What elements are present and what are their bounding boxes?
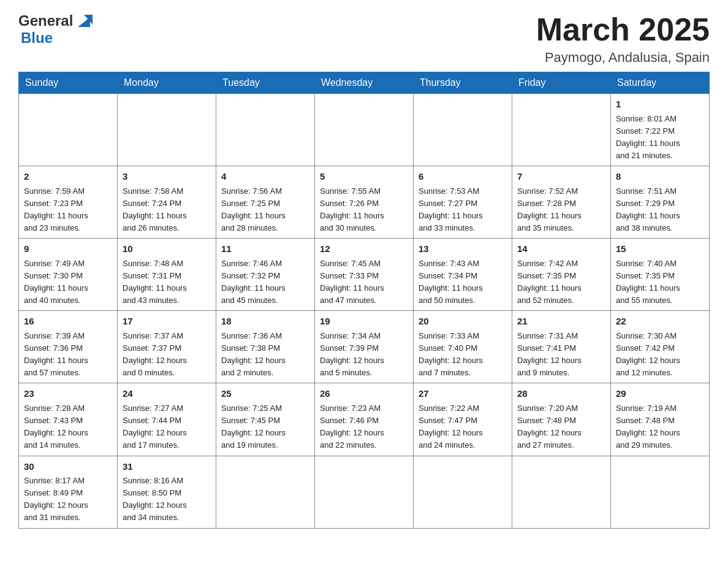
day-info: Sunrise: 7:23 AMSunset: 7:46 PMDaylight:… — [320, 402, 408, 452]
calendar-cell: 17Sunrise: 7:37 AMSunset: 7:37 PMDayligh… — [118, 311, 216, 383]
day-info: Sunrise: 7:46 AMSunset: 7:32 PMDaylight:… — [221, 258, 309, 307]
day-info: Sunrise: 7:39 AMSunset: 7:36 PMDaylight:… — [24, 330, 112, 380]
calendar-week-2: 2Sunrise: 7:59 AMSunset: 7:23 PMDaylight… — [19, 166, 710, 239]
day-info: Sunrise: 7:51 AMSunset: 7:29 PMDaylight:… — [616, 185, 704, 235]
day-info: Sunrise: 7:34 AMSunset: 7:39 PMDaylight:… — [320, 330, 408, 380]
day-number: 19 — [320, 315, 408, 329]
calendar-cell: 11Sunrise: 7:46 AMSunset: 7:32 PMDayligh… — [216, 239, 315, 311]
weekday-header-thursday: Thursday — [414, 72, 512, 94]
calendar-cell: 13Sunrise: 7:43 AMSunset: 7:34 PMDayligh… — [414, 239, 512, 311]
calendar-cell — [512, 94, 611, 166]
calendar-cell: 10Sunrise: 7:48 AMSunset: 7:31 PMDayligh… — [118, 239, 216, 311]
calendar-cell: 27Sunrise: 7:22 AMSunset: 7:47 PMDayligh… — [414, 383, 512, 456]
day-number: 28 — [517, 387, 605, 401]
day-number: 21 — [517, 315, 605, 329]
day-info: Sunrise: 7:52 AMSunset: 7:28 PMDaylight:… — [517, 185, 605, 235]
calendar-cell: 21Sunrise: 7:31 AMSunset: 7:41 PMDayligh… — [512, 311, 611, 383]
day-number: 7 — [517, 170, 605, 184]
day-number: 20 — [419, 315, 507, 329]
day-info: Sunrise: 7:42 AMSunset: 7:35 PMDaylight:… — [517, 258, 605, 307]
calendar-cell: 23Sunrise: 7:28 AMSunset: 7:43 PMDayligh… — [19, 383, 118, 456]
day-info: Sunrise: 7:49 AMSunset: 7:30 PMDaylight:… — [24, 258, 112, 307]
weekday-header-saturday: Saturday — [611, 72, 710, 94]
day-info: Sunrise: 7:30 AMSunset: 7:42 PMDaylight:… — [616, 330, 704, 380]
calendar-cell: 16Sunrise: 7:39 AMSunset: 7:36 PMDayligh… — [19, 311, 118, 383]
weekday-header-tuesday: Tuesday — [216, 72, 315, 94]
day-number: 1 — [616, 98, 704, 112]
logo: General Blue — [18, 12, 93, 47]
day-number: 24 — [123, 387, 211, 401]
calendar-cell — [216, 456, 315, 528]
calendar-cell — [19, 94, 118, 166]
calendar-cell: 29Sunrise: 7:19 AMSunset: 7:48 PMDayligh… — [611, 383, 710, 456]
calendar-cell: 9Sunrise: 7:49 AMSunset: 7:30 PMDaylight… — [19, 239, 118, 311]
calendar-cell: 14Sunrise: 7:42 AMSunset: 7:35 PMDayligh… — [512, 239, 611, 311]
day-number: 3 — [123, 170, 211, 184]
day-number: 15 — [616, 242, 704, 256]
calendar-cell: 19Sunrise: 7:34 AMSunset: 7:39 PMDayligh… — [315, 311, 414, 383]
day-number: 27 — [419, 387, 507, 401]
calendar-cell: 22Sunrise: 7:30 AMSunset: 7:42 PMDayligh… — [611, 311, 710, 383]
day-info: Sunrise: 7:33 AMSunset: 7:40 PMDaylight:… — [419, 330, 507, 380]
day-number: 5 — [320, 170, 408, 184]
calendar-cell: 15Sunrise: 7:40 AMSunset: 7:35 PMDayligh… — [611, 239, 710, 311]
day-number: 23 — [24, 387, 112, 401]
calendar-cell: 8Sunrise: 7:51 AMSunset: 7:29 PMDaylight… — [611, 166, 710, 239]
day-number: 9 — [24, 242, 112, 256]
day-info: Sunrise: 7:59 AMSunset: 7:23 PMDaylight:… — [24, 185, 112, 235]
day-info: Sunrise: 7:25 AMSunset: 7:45 PMDaylight:… — [221, 402, 309, 452]
day-info: Sunrise: 7:31 AMSunset: 7:41 PMDaylight:… — [517, 330, 605, 380]
day-number: 14 — [517, 242, 605, 256]
weekday-header-monday: Monday — [118, 72, 216, 94]
calendar-cell: 2Sunrise: 7:59 AMSunset: 7:23 PMDaylight… — [19, 166, 118, 239]
day-info: Sunrise: 7:19 AMSunset: 7:48 PMDaylight:… — [616, 402, 704, 452]
day-number: 13 — [419, 242, 507, 256]
calendar-week-3: 9Sunrise: 7:49 AMSunset: 7:30 PMDaylight… — [19, 239, 710, 311]
calendar-cell: 1Sunrise: 8:01 AMSunset: 7:22 PMDaylight… — [611, 94, 710, 166]
calendar-cell: 31Sunrise: 8:16 AMSunset: 8:50 PMDayligh… — [118, 456, 216, 528]
day-info: Sunrise: 7:28 AMSunset: 7:43 PMDaylight:… — [24, 402, 112, 452]
calendar-cell: 7Sunrise: 7:52 AMSunset: 7:28 PMDaylight… — [512, 166, 611, 239]
weekday-header-friday: Friday — [512, 72, 611, 94]
location: Paymogo, Andalusia, Spain — [536, 50, 710, 66]
day-info: Sunrise: 7:56 AMSunset: 7:25 PMDaylight:… — [221, 185, 309, 235]
calendar-cell — [414, 456, 512, 528]
day-info: Sunrise: 7:22 AMSunset: 7:47 PMDaylight:… — [419, 402, 507, 452]
weekday-header-wednesday: Wednesday — [315, 72, 414, 94]
weekday-header-sunday: Sunday — [19, 72, 118, 94]
day-number: 26 — [320, 387, 408, 401]
calendar-cell: 28Sunrise: 7:20 AMSunset: 7:48 PMDayligh… — [512, 383, 611, 456]
calendar-cell — [315, 456, 414, 528]
day-number: 31 — [123, 460, 211, 474]
day-number: 17 — [123, 315, 211, 329]
calendar-cell: 18Sunrise: 7:36 AMSunset: 7:38 PMDayligh… — [216, 311, 315, 383]
day-info: Sunrise: 7:48 AMSunset: 7:31 PMDaylight:… — [123, 258, 211, 307]
day-info: Sunrise: 7:53 AMSunset: 7:27 PMDaylight:… — [419, 185, 507, 235]
calendar-week-1: 1Sunrise: 8:01 AMSunset: 7:22 PMDaylight… — [19, 94, 710, 166]
day-number: 6 — [419, 170, 507, 184]
day-info: Sunrise: 7:43 AMSunset: 7:34 PMDaylight:… — [419, 258, 507, 307]
day-info: Sunrise: 7:55 AMSunset: 7:26 PMDaylight:… — [320, 185, 408, 235]
calendar-cell — [216, 94, 315, 166]
day-info: Sunrise: 7:20 AMSunset: 7:48 PMDaylight:… — [517, 402, 605, 452]
calendar-cell: 20Sunrise: 7:33 AMSunset: 7:40 PMDayligh… — [414, 311, 512, 383]
calendar-cell: 24Sunrise: 7:27 AMSunset: 7:44 PMDayligh… — [118, 383, 216, 456]
day-info: Sunrise: 7:45 AMSunset: 7:33 PMDaylight:… — [320, 258, 408, 307]
calendar-cell — [414, 94, 512, 166]
calendar-cell: 3Sunrise: 7:58 AMSunset: 7:24 PMDaylight… — [118, 166, 216, 239]
day-info: Sunrise: 7:58 AMSunset: 7:24 PMDaylight:… — [123, 185, 211, 235]
day-info: Sunrise: 8:17 AMSunset: 8:49 PMDaylight:… — [24, 475, 112, 524]
day-info: Sunrise: 8:01 AMSunset: 7:22 PMDaylight:… — [616, 113, 704, 163]
calendar-cell: 5Sunrise: 7:55 AMSunset: 7:26 PMDaylight… — [315, 166, 414, 239]
calendar-cell: 4Sunrise: 7:56 AMSunset: 7:25 PMDaylight… — [216, 166, 315, 239]
day-number: 2 — [24, 170, 112, 184]
calendar-cell: 12Sunrise: 7:45 AMSunset: 7:33 PMDayligh… — [315, 239, 414, 311]
day-number: 4 — [221, 170, 309, 184]
day-number: 8 — [616, 170, 704, 184]
day-info: Sunrise: 7:40 AMSunset: 7:35 PMDaylight:… — [616, 258, 704, 307]
day-number: 25 — [221, 387, 309, 401]
calendar-cell — [611, 456, 710, 528]
day-info: Sunrise: 8:16 AMSunset: 8:50 PMDaylight:… — [123, 475, 211, 524]
calendar-week-4: 16Sunrise: 7:39 AMSunset: 7:36 PMDayligh… — [19, 311, 710, 383]
day-number: 11 — [221, 242, 309, 256]
